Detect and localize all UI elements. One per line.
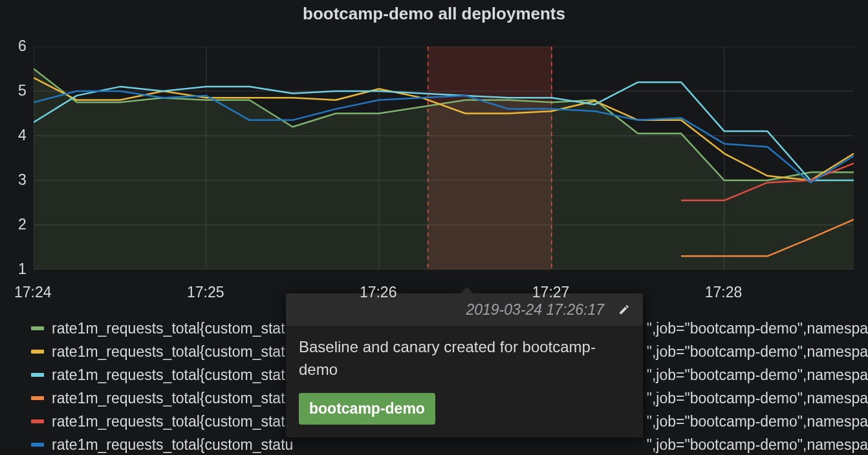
- legend-label-left: rate1m_requests_total{custom_statu: [52, 317, 293, 340]
- legend-swatch: [31, 396, 44, 400]
- y-tick-label: 5: [18, 82, 27, 100]
- legend-label-right: ",job="bootcamp-demo",namespa: [647, 340, 868, 363]
- legend-swatch: [31, 373, 44, 377]
- annotation-text: Baseline and canary created for bootcamp…: [299, 336, 630, 381]
- annotation-tag[interactable]: bootcamp-demo: [299, 393, 435, 425]
- annotation-timestamp: 2019-03-24 17:26:17: [466, 301, 604, 319]
- x-tick-label: 17:27: [532, 284, 570, 301]
- y-tick-label: 2: [18, 216, 27, 233]
- legend-label-left: rate1m_requests_total{custom_statu: [52, 433, 293, 455]
- legend-swatch: [31, 326, 44, 330]
- legend-label-right: ",job="bootcamp-demo",namespa: [647, 410, 868, 433]
- tooltip-arrow: [459, 287, 475, 295]
- legend-swatch: [31, 419, 44, 423]
- legend-label-left: rate1m_requests_total{custom_statu: [52, 363, 293, 386]
- x-tick-label: 17:25: [187, 284, 224, 301]
- y-tick-label: 4: [18, 127, 27, 144]
- tooltip-body: Baseline and canary created for bootcamp…: [286, 326, 643, 438]
- x-tick-label: 17:28: [705, 284, 743, 301]
- legend-label-right: ",job="bootcamp-demo",namespa: [647, 433, 868, 455]
- legend-label-right: ",job="bootcamp-demo",namespa: [647, 363, 868, 386]
- legend-label-left: rate1m_requests_total{custom_statu: [52, 340, 293, 363]
- legend-swatch: [31, 350, 44, 354]
- y-tick-label: 3: [18, 171, 27, 189]
- x-tick-label: 17:24: [14, 284, 52, 301]
- x-tick-label: 17:26: [360, 284, 397, 301]
- y-tick-label: 6: [18, 37, 27, 55]
- panel-title: bootcamp-demo all deployments: [0, 4, 868, 24]
- annotation-tooltip: 2019-03-24 17:26:17 Baseline and canary …: [286, 293, 643, 438]
- y-tick-label: 1: [18, 260, 27, 278]
- chart-panel: bootcamp-demo all deployments rate1m_req…: [0, 0, 868, 455]
- chart-svg: [34, 47, 854, 270]
- annotation-edit-button[interactable]: [614, 300, 634, 319]
- legend-label-left: rate1m_requests_total{custom_statu: [52, 410, 293, 433]
- legend-swatch: [31, 443, 44, 447]
- chart-plot-area[interactable]: [34, 47, 854, 270]
- tooltip-header: 2019-03-24 17:26:17: [286, 293, 643, 326]
- legend-label-right: ",job="bootcamp-demo",namespa: [647, 386, 868, 410]
- pencil-icon: [618, 304, 630, 315]
- legend-label-right: ",job="bootcamp-demo",namespa: [647, 317, 868, 340]
- legend-label-left: rate1m_requests_total{custom_statu: [52, 386, 293, 410]
